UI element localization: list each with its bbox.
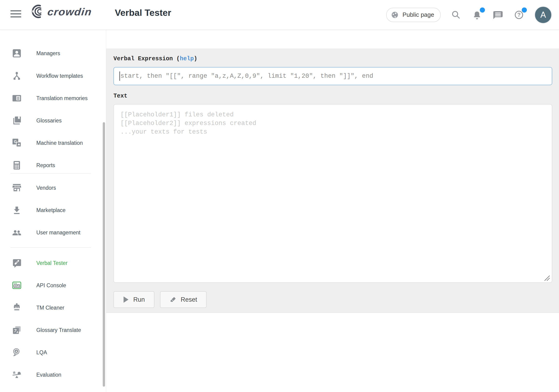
crowdin-logo[interactable]: crowdin bbox=[30, 4, 92, 19]
top-bar: crowdin Verbal Tester Public page bbox=[0, 0, 559, 30]
sidebar-item-label: LQA bbox=[36, 349, 47, 356]
marketplace-icon bbox=[12, 205, 22, 215]
help-button[interactable]: ? bbox=[513, 9, 524, 20]
sidebar-item-label: API Console bbox=[36, 282, 66, 289]
chat-icon bbox=[492, 9, 503, 20]
sidebar-item-vendors[interactable]: Vendors bbox=[0, 177, 106, 199]
avatar[interactable]: A bbox=[534, 6, 552, 24]
reset-button-label: Reset bbox=[181, 296, 197, 303]
help-link[interactable]: help bbox=[180, 55, 194, 62]
sidebar-divider bbox=[10, 247, 91, 248]
sidebar-item-managers[interactable]: Managers bbox=[0, 42, 106, 64]
sidebar-item-label: Vendors bbox=[36, 185, 56, 191]
public-page-label: Public page bbox=[402, 11, 434, 18]
sidebar-item-label: Glossary Translate bbox=[36, 327, 81, 333]
sidebar-item-label: Marketplace bbox=[36, 207, 65, 213]
avatar-letter: A bbox=[540, 10, 546, 20]
messages-button[interactable] bbox=[492, 9, 503, 20]
sidebar-scrollbar-thumb[interactable] bbox=[103, 122, 105, 387]
tm-cleaner-icon bbox=[12, 303, 22, 313]
search-button[interactable] bbox=[450, 9, 462, 20]
svg-text:A: A bbox=[15, 350, 17, 353]
text-cursor bbox=[120, 72, 120, 81]
sidebar-item-machine-translation[interactable]: G Machine translation bbox=[0, 132, 106, 154]
sidebar-item-label: User management bbox=[36, 229, 80, 236]
svg-text:A: A bbox=[17, 331, 19, 334]
expression-label-close: ) bbox=[194, 55, 197, 62]
text-input[interactable] bbox=[113, 104, 552, 283]
api-console-icon: API bbox=[12, 280, 22, 291]
hamburger-menu-button[interactable] bbox=[10, 9, 22, 20]
sidebar-item-label: TM Cleaner bbox=[36, 305, 64, 311]
sidebar-item-label: Evaluation bbox=[36, 372, 61, 378]
evaluation-icon bbox=[12, 370, 22, 380]
expression-label: Verbal Expression (help) bbox=[113, 55, 197, 62]
sidebar-item-label: Glossaries bbox=[36, 118, 62, 124]
play-icon bbox=[123, 296, 129, 303]
sidebar-item-workflow-templates[interactable]: Workflow templates bbox=[0, 65, 106, 87]
sidebar-item-label: Translation memories bbox=[36, 95, 88, 101]
reset-button[interactable]: Reset bbox=[160, 291, 207, 308]
machine-translation-icon: G bbox=[12, 138, 22, 148]
run-button[interactable]: Run bbox=[113, 291, 154, 308]
lqa-icon: A bbox=[12, 347, 22, 357]
sidebar-item-translation-memories[interactable]: Translation memories bbox=[0, 87, 106, 109]
sidebar-item-label: Managers bbox=[36, 50, 60, 56]
sidebar-item-lqa[interactable]: A LQA bbox=[0, 341, 106, 364]
glossary-translate-icon: A bbox=[12, 325, 22, 335]
sidebar-item-label: Reports bbox=[36, 162, 55, 169]
sidebar-item-label: Workflow templates bbox=[36, 73, 83, 79]
sidebar-item-glossary-translate[interactable]: A Glossary Translate bbox=[0, 319, 106, 341]
notifications-button[interactable] bbox=[471, 9, 483, 20]
sidebar-item-api-console[interactable]: API API Console bbox=[0, 274, 106, 297]
sidebar-item-tm-cleaner[interactable]: TM Cleaner bbox=[0, 297, 106, 319]
sidebar-item-label: Machine translation bbox=[36, 140, 83, 146]
notifications-badge bbox=[480, 8, 485, 13]
person-badge-icon bbox=[12, 48, 22, 58]
public-page-button[interactable]: Public page bbox=[386, 8, 441, 22]
expression-label-text: Verbal Expression ( bbox=[113, 55, 180, 62]
workflow-icon bbox=[12, 71, 22, 81]
sidebar-divider bbox=[10, 173, 91, 173]
crowdin-bird-icon bbox=[30, 4, 45, 19]
sidebar-item-label: Verbal Tester bbox=[36, 260, 67, 266]
text-label: Text bbox=[113, 93, 127, 99]
sidebar-item-evaluation[interactable]: Evaluation bbox=[0, 364, 106, 386]
sidebar-item-verbal-tester[interactable]: Verbal Tester bbox=[0, 252, 106, 274]
user-management-icon bbox=[12, 228, 22, 238]
translation-memory-icon bbox=[12, 93, 22, 103]
help-badge bbox=[522, 8, 527, 13]
crowdin-wordmark: crowdin bbox=[47, 6, 93, 18]
app-window: crowdin Verbal Tester Public page bbox=[0, 0, 559, 392]
sidebar: Managers Workflow templates bbox=[0, 30, 106, 392]
verbal-tester-icon bbox=[12, 258, 22, 268]
page-title: Verbal Tester bbox=[115, 8, 171, 18]
header-actions: Public page bbox=[386, 0, 552, 29]
expression-input[interactable] bbox=[113, 67, 552, 85]
search-icon bbox=[450, 9, 462, 20]
sidebar-item-glossaries[interactable]: Glossaries bbox=[0, 109, 106, 132]
sidebar-item-marketplace[interactable]: Marketplace bbox=[0, 199, 106, 221]
sidebar-item-user-management[interactable]: User management bbox=[0, 221, 106, 244]
svg-text:?: ? bbox=[517, 12, 521, 18]
resize-handle-icon[interactable] bbox=[543, 274, 551, 282]
vendors-icon bbox=[12, 183, 22, 193]
reports-icon bbox=[12, 160, 22, 170]
globe-icon bbox=[390, 10, 399, 19]
svg-text:API: API bbox=[15, 285, 19, 287]
glossaries-icon bbox=[12, 115, 22, 126]
run-button-label: Run bbox=[133, 296, 145, 303]
eraser-icon bbox=[169, 296, 177, 303]
